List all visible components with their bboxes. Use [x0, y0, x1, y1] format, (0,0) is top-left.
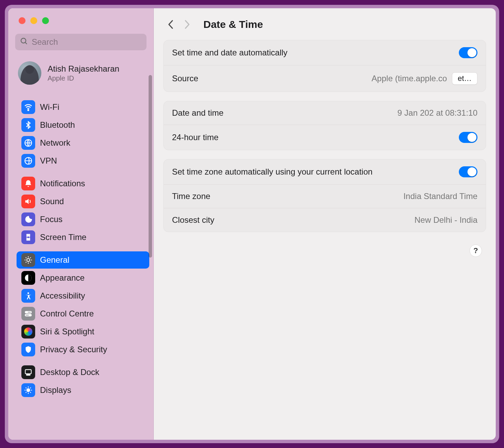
- desktop-dock-icon: [21, 365, 35, 379]
- general-icon: [21, 253, 35, 267]
- vpn-icon: [21, 154, 35, 168]
- sidebar-item-sound[interactable]: Sound: [17, 193, 149, 210]
- value-datetime-a: 9 Jan 202: [397, 108, 434, 117]
- wifi-icon: [21, 100, 35, 114]
- sidebar-item-bluetooth[interactable]: Bluetooth: [17, 116, 149, 134]
- svg-point-2: [28, 110, 29, 111]
- sidebar-item-displays[interactable]: Displays: [17, 382, 149, 399]
- sidebar-item-label: Accessibility: [40, 291, 85, 301]
- svg-point-11: [29, 315, 30, 316]
- row-city: Closest city New Delhi - India: [164, 208, 486, 232]
- label-timezone: Time zone: [172, 191, 399, 201]
- row-set-auto: Set time and date automatically: [164, 40, 486, 65]
- sidebar-item-label: Siri & Spotlight: [40, 327, 94, 336]
- sidebar-item-label: Notifications: [40, 179, 85, 188]
- sidebar-item-label: Network: [40, 138, 70, 148]
- fullscreen-window-button[interactable]: [42, 17, 49, 24]
- search-field[interactable]: [15, 34, 147, 50]
- label-source: Source: [172, 74, 367, 83]
- sidebar-item-label: Focus: [40, 215, 62, 224]
- siri-icon: [21, 325, 35, 338]
- forward-button[interactable]: [183, 19, 191, 30]
- sidebar-item-vpn[interactable]: VPN: [17, 152, 149, 169]
- back-button[interactable]: [167, 19, 175, 30]
- sidebar-item-label: Sound: [40, 197, 64, 206]
- svg-point-14: [27, 388, 30, 392]
- accessibility-icon: [21, 289, 35, 303]
- sidebar-item-screentime[interactable]: Screen Time: [17, 229, 149, 246]
- svg-point-10: [26, 312, 27, 313]
- window-controls: [8, 8, 153, 24]
- row-source: Source Apple (time.apple.co et…: [164, 65, 486, 92]
- bluetooth-icon: [21, 118, 35, 132]
- sidebar-item-network[interactable]: Network: [17, 134, 149, 152]
- privacy-icon: [21, 343, 35, 356]
- sidebar-item-focus[interactable]: Focus: [17, 211, 149, 228]
- panel-auto-time: Set time and date automatically Source A…: [163, 40, 486, 92]
- row-datetime: Date and time 9 Jan 202 at 08:31:10: [164, 101, 486, 125]
- settings-window: Atish Rajasekharan Apple ID Wi-Fi Blueto…: [8, 8, 496, 440]
- sidebar-item-general[interactable]: General: [17, 251, 149, 269]
- screentime-icon: [21, 230, 35, 244]
- page-title: Date & Time: [203, 19, 263, 30]
- svg-point-5: [27, 259, 30, 262]
- avatar: [18, 61, 41, 85]
- label-city: Closest city: [172, 215, 410, 225]
- network-icon: [21, 136, 35, 150]
- help-button[interactable]: ?: [470, 244, 482, 257]
- sidebar-item-privacy[interactable]: Privacy & Security: [17, 341, 149, 358]
- svg-rect-12: [25, 369, 31, 374]
- sidebar-item-wifi[interactable]: Wi-Fi: [17, 98, 149, 116]
- sidebar-item-controlcentre[interactable]: Control Centre: [17, 305, 149, 322]
- sidebar-item-label: Wi-Fi: [40, 102, 59, 112]
- account-name: Atish Rajasekharan: [48, 64, 119, 74]
- svg-line-1: [25, 42, 27, 44]
- sidebar-item-label: Desktop & Dock: [40, 367, 99, 377]
- value-source: Apple (time.apple.co: [372, 74, 447, 83]
- apple-id-account[interactable]: Atish Rajasekharan Apple ID: [8, 55, 153, 92]
- sidebar-item-label: Control Centre: [40, 309, 94, 319]
- label-set-auto: Set time and date automatically: [172, 48, 454, 58]
- row-tz-auto: Set time zone automatically using your c…: [164, 159, 486, 185]
- label-24hour: 24-hour time: [172, 133, 454, 142]
- displays-icon: [21, 383, 35, 397]
- toggle-tz-auto[interactable]: [459, 166, 477, 177]
- sidebar-item-label: Appearance: [40, 273, 84, 283]
- controlcentre-icon: [21, 307, 35, 321]
- svg-point-0: [21, 38, 26, 43]
- sidebar-item-label: Bluetooth: [40, 120, 75, 130]
- value-datetime: 9 Jan 202 at 08:31:10: [397, 108, 477, 118]
- value-datetime-b: at 08:31:10: [434, 108, 477, 117]
- toggle-set-auto[interactable]: [459, 47, 477, 58]
- value-timezone: India Standard Time: [403, 191, 477, 201]
- sidebar-item-label: Displays: [40, 385, 71, 395]
- sidebar-item-siri[interactable]: Siri & Spotlight: [17, 323, 149, 340]
- search-input[interactable]: [32, 37, 142, 47]
- sidebar-item-accessibility[interactable]: Accessibility: [17, 287, 149, 304]
- sidebar-list: Wi-Fi Bluetooth Network VPN: [8, 92, 153, 404]
- sidebar-item-label: VPN: [40, 156, 57, 166]
- notifications-icon: [21, 177, 35, 190]
- content-area: Date & Time Set time and date automatica…: [154, 8, 496, 440]
- sidebar-item-label: General: [40, 255, 69, 265]
- sidebar-item-label: Screen Time: [40, 232, 87, 242]
- minimize-window-button[interactable]: [30, 17, 37, 24]
- value-city: New Delhi - India: [414, 215, 477, 225]
- sidebar-item-appearance[interactable]: Appearance: [17, 269, 149, 286]
- sidebar-item-desktop-dock[interactable]: Desktop & Dock: [17, 364, 149, 381]
- svg-point-7: [28, 292, 29, 294]
- row-timezone: Time zone India Standard Time: [164, 185, 486, 208]
- close-window-button[interactable]: [19, 17, 26, 24]
- panel-timezone: Set time zone automatically using your c…: [163, 159, 486, 232]
- sidebar-item-label: Privacy & Security: [40, 345, 107, 354]
- sidebar-item-notifications[interactable]: Notifications: [17, 175, 149, 192]
- sidebar-scrollbar[interactable]: [149, 75, 152, 258]
- svg-rect-13: [27, 375, 30, 375]
- label-tz-auto: Set time zone automatically using your c…: [172, 167, 454, 177]
- panel-date-time: Date and time 9 Jan 202 at 08:31:10 24-h…: [163, 101, 486, 150]
- toggle-24hour[interactable]: [459, 132, 477, 143]
- sidebar: Atish Rajasekharan Apple ID Wi-Fi Blueto…: [8, 8, 154, 440]
- set-source-button[interactable]: et…: [452, 72, 477, 85]
- account-subtitle: Apple ID: [48, 74, 119, 82]
- search-icon: [20, 37, 28, 47]
